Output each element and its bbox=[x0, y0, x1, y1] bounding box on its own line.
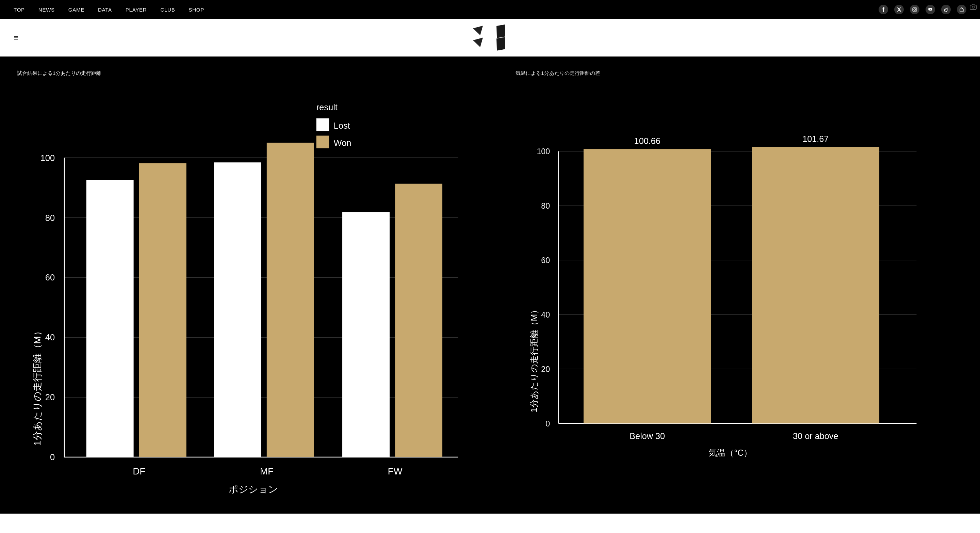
bar-mf-lost bbox=[214, 162, 261, 457]
legend-won-label: Won bbox=[334, 138, 352, 148]
social-icons bbox=[878, 5, 966, 14]
svg-point-2 bbox=[916, 8, 916, 8]
tick-80: 80 bbox=[45, 213, 55, 223]
tick2-80: 80 bbox=[541, 202, 550, 210]
top-nav: TOP NEWS GAME DATA PLAYER CLUB SHOP bbox=[0, 0, 980, 19]
shop-icon[interactable] bbox=[957, 5, 966, 14]
svg-point-8 bbox=[972, 6, 975, 8]
legend-won-box bbox=[317, 136, 329, 148]
legend-title: result bbox=[317, 102, 337, 112]
xlabel-fw: FW bbox=[388, 466, 403, 476]
logo bbox=[469, 24, 511, 52]
nav-game[interactable]: GAME bbox=[68, 7, 84, 13]
bar-above30 bbox=[752, 147, 880, 423]
bar-fw-won bbox=[395, 184, 442, 457]
chart1-title: 試合結果による1分あたりの走行距離 bbox=[17, 70, 505, 76]
tick-60: 60 bbox=[45, 273, 55, 282]
tick-20: 20 bbox=[45, 393, 55, 402]
chart1-y-label: 1分あたりの走行距離（M） bbox=[32, 326, 43, 446]
legend-lost-label: Lost bbox=[334, 121, 350, 130]
svg-rect-0 bbox=[913, 8, 917, 11]
chart2-title: 気温による1分あたりの走行距離の差 bbox=[515, 70, 959, 76]
tick2-40: 40 bbox=[541, 310, 550, 319]
chart2-area: 1分あたりの走行距離（M） 100 80 60 40 bbox=[515, 87, 959, 459]
xlabel-df: DF bbox=[133, 466, 145, 476]
main-content: 試合結果による1分あたりの走行距離 result Lost Won 1分あたりの… bbox=[0, 57, 980, 514]
tick2-0: 0 bbox=[546, 419, 550, 428]
bar-df-lost bbox=[86, 180, 134, 457]
facebook-icon[interactable] bbox=[878, 5, 888, 14]
tick2-60: 60 bbox=[541, 256, 550, 265]
chart2-y-label: 1分あたりの走行距離（M） bbox=[529, 305, 539, 412]
youtube-icon[interactable] bbox=[926, 5, 935, 14]
svg-rect-3 bbox=[960, 9, 963, 11]
page-header: ≡ bbox=[0, 19, 980, 57]
camera-icon[interactable] bbox=[970, 3, 977, 12]
xlabel-mf: MF bbox=[260, 466, 274, 476]
chart2-x-label: 気温（°C） bbox=[708, 448, 752, 457]
tick-0: 0 bbox=[50, 452, 55, 462]
nav-news[interactable]: NEWS bbox=[38, 7, 55, 13]
svg-point-1 bbox=[914, 8, 916, 11]
instagram-icon[interactable] bbox=[910, 5, 920, 14]
nav-links: TOP NEWS GAME DATA PLAYER CLUB SHOP bbox=[14, 7, 204, 13]
bar-below30 bbox=[584, 149, 711, 423]
nav-club[interactable]: CLUB bbox=[160, 7, 175, 13]
hamburger-menu[interactable]: ≡ bbox=[14, 34, 18, 42]
tick2-20: 20 bbox=[541, 365, 550, 374]
charts-row: 試合結果による1分あたりの走行距離 result Lost Won 1分あたりの… bbox=[14, 67, 966, 500]
svg-marker-4 bbox=[473, 26, 485, 37]
twitter-icon[interactable] bbox=[894, 5, 904, 14]
value-below30: 100.66 bbox=[634, 136, 660, 146]
bar-mf-won bbox=[267, 143, 314, 457]
value-above30: 101.67 bbox=[802, 134, 829, 144]
chart2-svg: 1分あたりの走行距離（M） 100 80 60 40 bbox=[515, 87, 959, 459]
chart1-area: result Lost Won 1分あたりの走行距離（M） 100 bbox=[17, 87, 505, 496]
tick-100: 100 bbox=[40, 153, 55, 163]
tick2-100: 100 bbox=[537, 147, 550, 156]
nav-shop[interactable]: SHOP bbox=[189, 7, 204, 13]
tiktok-icon[interactable] bbox=[941, 5, 951, 14]
xlabel-below30: Below 30 bbox=[630, 431, 665, 441]
svg-marker-5 bbox=[473, 38, 485, 49]
chart1-x-label: ポジション bbox=[229, 484, 278, 495]
nav-data[interactable]: DATA bbox=[98, 7, 112, 13]
bar-fw-lost bbox=[342, 212, 390, 457]
chart1-svg: result Lost Won 1分あたりの走行距離（M） 100 bbox=[17, 87, 505, 496]
svg-marker-7 bbox=[495, 37, 508, 51]
bar-df-won bbox=[139, 163, 186, 457]
legend-lost-box bbox=[317, 118, 329, 131]
chart2-container: 気温による1分あたりの走行距離の差 1分あたりの走行距離（M） 100 80 6… bbox=[512, 67, 966, 463]
nav-player[interactable]: PLAYER bbox=[126, 7, 147, 13]
svg-marker-6 bbox=[495, 24, 508, 38]
tick-40: 40 bbox=[45, 333, 55, 342]
chart1-container: 試合結果による1分あたりの走行距離 result Lost Won 1分あたりの… bbox=[14, 67, 512, 500]
xlabel-above30: 30 or above bbox=[793, 431, 838, 441]
nav-top[interactable]: TOP bbox=[14, 7, 25, 13]
